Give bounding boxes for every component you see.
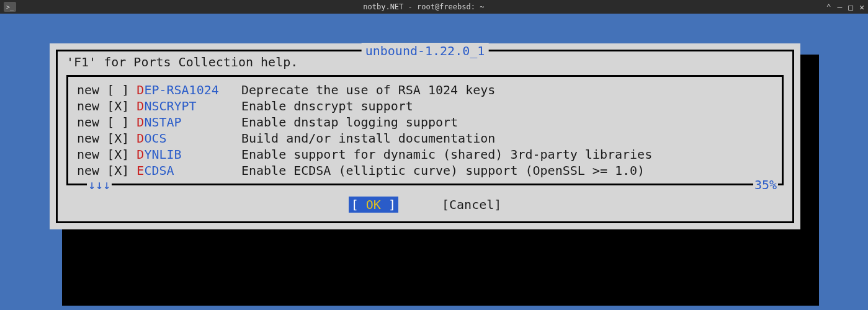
option-description: Enable ECDSA (elliptic curve) support (O… [241,162,645,179]
window-minimize-button[interactable]: — [838,2,843,12]
option-docs[interactable]: new [X] DOCS Build and/or install docume… [77,130,773,146]
option-checkbox[interactable]: new [X] [77,98,136,114]
option-name: CDSA [144,162,174,179]
window-maximize-button[interactable]: □ [848,2,853,12]
option-checkbox[interactable]: new [X] [77,146,136,162]
ok-button[interactable]: [ OK ] [349,197,398,213]
config-dialog: unbound-1.22.0_1 'F1' for Ports Collecti… [50,43,800,229]
option-dep-rsa1024[interactable]: new [ ] DEP-RSA1024 Deprecate the use of… [77,82,773,98]
option-hotkey: E [136,162,144,179]
option-hotkey: D [136,130,144,146]
option-description: Build and/or install documentation [241,130,495,146]
option-checkbox[interactable]: new [ ] [77,114,136,130]
option-ecdsa[interactable]: new [X] ECDSA Enable ECDSA (elliptic cur… [77,162,773,179]
option-dnstap[interactable]: new [ ] DNSTAP Enable dnstap logging sup… [77,114,773,130]
option-hotkey: D [136,146,144,162]
option-description: Enable dnscrypt support [241,98,413,114]
window-titlebar: >_ notby.NET - root@freebsd: ~ ⌃ — □ ✕ [0,0,868,14]
window-roll-up-button[interactable]: ⌃ [826,2,831,12]
option-description: Enable support for dynamic (shared) 3rd-… [241,146,652,162]
option-description: Deprecate the use of RSA 1024 keys [241,82,495,98]
option-name: NSTAP [144,114,181,130]
options-list: new [ ] DEP-RSA1024 Deprecate the use of… [66,75,784,185]
window-close-button[interactable]: ✕ [859,2,864,12]
dialog-buttons: [ OK ] [Cancel] [58,188,792,221]
option-checkbox[interactable]: new [X] [77,130,136,146]
option-checkbox[interactable]: new [ ] [77,82,136,98]
option-dnscrypt[interactable]: new [X] DNSCRYPT Enable dnscrypt support [77,98,773,114]
option-hotkey: D [136,82,144,98]
option-name: YNLIB [144,146,181,162]
window-title: notby.NET - root@freebsd: ~ [21,2,826,11]
scroll-down-indicator: ↓↓↓ [87,177,112,193]
option-description: Enable dnstap logging support [241,114,458,130]
cancel-button[interactable]: [Cancel] [442,197,501,213]
option-name: EP-RSA1024 [144,82,218,98]
option-name: NSCRYPT [144,98,196,114]
option-hotkey: D [136,98,144,114]
terminal-viewport: unbound-1.22.0_1 'F1' for Ports Collecti… [0,14,868,310]
option-name: OCS [144,130,166,146]
scroll-percent: 35% [753,177,778,193]
dialog-title: unbound-1.22.0_1 [362,43,489,59]
option-dynlib[interactable]: new [X] DYNLIB Enable support for dynami… [77,146,773,162]
option-hotkey: D [136,114,144,130]
terminal-icon: >_ [4,2,16,12]
